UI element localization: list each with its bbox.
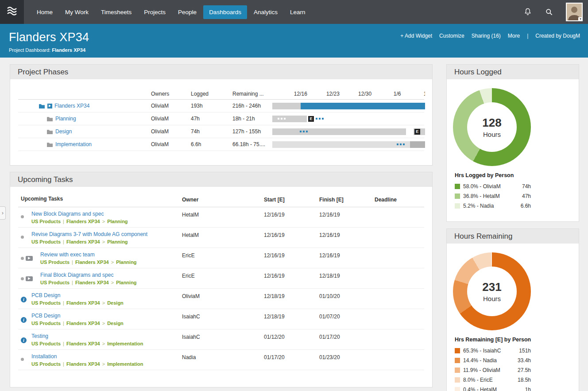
breadcrumb-project[interactable]: Flanders XP34 [66, 239, 100, 244]
task-link[interactable]: Testing [31, 333, 48, 339]
task-text-stack: PCB DesignUS Products|Flanders XP34>Desi… [31, 313, 182, 326]
breadcrumb-root[interactable]: US Products [31, 321, 61, 326]
task-text-stack: InstallationUS Products|Flanders XP34>Im… [31, 353, 182, 367]
breadcrumb-phase[interactable]: Planning [107, 239, 128, 244]
user-avatar[interactable]: ▼ [566, 3, 583, 21]
upcoming-tasks-widget: Upcoming Tasks Upcoming Tasks Owner Star… [10, 172, 433, 387]
notifications-bell-icon[interactable] [523, 8, 532, 16]
breadcrumb-root[interactable]: US Products [31, 300, 61, 306]
nav-item-timesheets[interactable]: Timesheets [95, 5, 137, 19]
breadcrumb-project[interactable]: Flanders XP34 [66, 321, 100, 326]
legend-label: 65.3% - IsaiahC [463, 348, 501, 354]
logo-waves-icon [6, 6, 18, 18]
nav-item-people[interactable]: People [172, 5, 202, 19]
breadcrumb-phase[interactable]: Design [107, 300, 124, 306]
breadcrumb-root[interactable]: US Products [31, 341, 61, 346]
donut-center: 231Hours [467, 267, 517, 316]
breadcrumb-project[interactable]: Flanders XP34 [66, 341, 100, 346]
donut-chart: 231Hours [453, 252, 531, 330]
breadcrumb-separator: | [61, 341, 66, 346]
breadcrumb-phase[interactable]: Planning [116, 259, 136, 265]
app-logo[interactable] [0, 0, 24, 24]
breadcrumb-root[interactable]: US Products [31, 219, 61, 224]
nav-item-dashboards[interactable]: Dashboards [203, 5, 247, 19]
legend-rows: 65.3% - IsaiahC151h14.4% - Nadia33.4h11.… [455, 346, 571, 391]
breadcrumb-phase[interactable]: Planning [116, 280, 136, 285]
nav-item-my-work[interactable]: My Work [59, 5, 94, 19]
breadcrumb-project[interactable]: Flanders XP34 [66, 219, 100, 224]
task-start: 12/16/19 [264, 272, 319, 285]
breadcrumb-separator: > [100, 239, 107, 244]
task-row: Final Block Diagrams and specUS Products… [18, 268, 424, 289]
breadcrumb-phase[interactable]: Planning [107, 219, 128, 224]
sidebar-expand-handle[interactable]: › [0, 206, 6, 220]
chevron-down-icon[interactable]: ▼ [578, 17, 583, 21]
phase-link[interactable]: Design [55, 128, 72, 135]
task-icon [21, 236, 24, 239]
header-action-sharing-16[interactable]: Sharing (16) [472, 33, 501, 39]
legend-row: 65.3% - IsaiahC151h [455, 346, 531, 356]
search-icon[interactable] [545, 8, 553, 16]
breadcrumb-root[interactable]: US Products [40, 280, 70, 285]
task-cell: Revise Diagrams 3-7 with Module AG compo… [18, 231, 182, 244]
phase-link[interactable]: Planning [55, 116, 76, 122]
breadcrumb-separator: | [61, 321, 66, 326]
phase-row: Flanders XP34OliviaM193h216h - 246h [18, 100, 424, 112]
task-dot-icon [21, 277, 24, 280]
phase-row: PlanningOliviaM47h18h - 21hE [18, 112, 424, 125]
nav-item-learn[interactable]: Learn [284, 5, 311, 19]
header-action-add-widget[interactable]: + Add Widget [400, 33, 432, 39]
task-link[interactable]: PCB Design [31, 313, 60, 319]
breadcrumb-root[interactable]: US Products [31, 239, 61, 244]
breadcrumb-project[interactable]: Flanders XP34 [75, 259, 109, 265]
task-icon [21, 358, 24, 361]
breadcrumb-root[interactable]: US Products [40, 259, 70, 265]
breadcrumb-separator: > [100, 300, 107, 306]
task-dot-icon [21, 257, 24, 260]
task-link[interactable]: New Block Diagrams and spec [31, 211, 104, 217]
breadcrumb-project[interactable]: Flanders XP34 [75, 280, 109, 285]
task-link[interactable]: PCB Design [31, 292, 60, 298]
task-deadline [375, 313, 424, 326]
header-action-customize[interactable]: Customize [439, 33, 464, 39]
task-link[interactable]: Revise Diagrams 3-7 with Module AG compo… [31, 231, 147, 237]
project-phases-widget: Project Phases Owners Logged Remaining .… [10, 64, 433, 166]
breadcrumb-phase[interactable]: Implementation [107, 341, 143, 346]
breadcrumb-project[interactable]: Flanders XP34 [66, 300, 100, 306]
tasks-task-column-header: Upcoming Tasks [18, 196, 182, 203]
task-link[interactable]: Final Block Diagrams and spec [40, 272, 113, 278]
legend-value: 18.5h [518, 377, 531, 383]
gantt-bar-blue [301, 103, 425, 109]
task-row: Review with exec teamUS Products|Flander… [18, 248, 424, 268]
legend-title: Hrs Logged by Person [455, 172, 571, 178]
task-owner: EricE [182, 272, 264, 285]
donut-chart: 128Hours [453, 88, 531, 166]
breadcrumb-separator: | [61, 219, 66, 224]
legend-label: 36.8% - HetalM [463, 193, 500, 199]
blue-dots-marker [316, 118, 324, 120]
task-link[interactable]: Installation [31, 353, 57, 360]
task-breadcrumb: US Products|Flanders XP34>Design [31, 300, 182, 306]
breadcrumb-project[interactable]: Flanders XP34 [66, 361, 100, 367]
header-action-more[interactable]: More [508, 33, 520, 39]
nav-item-projects[interactable]: Projects [138, 5, 171, 19]
task-icon: i [21, 337, 27, 343]
task-arrow-icon [26, 256, 33, 261]
breadcrumb-phase[interactable]: Design [107, 321, 124, 326]
legend-swatch [455, 184, 460, 189]
breadcrumb-phase[interactable]: Implementation [107, 361, 143, 367]
task-start: 12/18/19 [264, 292, 319, 306]
legend-row: 0.4% - HetalM1h [455, 385, 531, 391]
info-icon: i [21, 297, 27, 302]
nav-item-home[interactable]: Home [31, 5, 58, 19]
task-cell: InstallationUS Products|Flanders XP34>Im… [18, 353, 182, 367]
tasks-finish-column-header: Finish [E] [319, 196, 375, 203]
phase-link[interactable]: Flanders XP34 [54, 103, 89, 109]
task-link[interactable]: Review with exec team [40, 252, 95, 258]
nav-item-analytics[interactable]: Analytics [248, 5, 283, 19]
breadcrumb-root[interactable]: US Products [31, 361, 61, 367]
task-breadcrumb: US Products|Flanders XP34>Design [31, 321, 182, 326]
breadcrumb-separator: | [70, 280, 75, 285]
project-folder-icon [39, 103, 45, 109]
phase-link[interactable]: Implementation [55, 141, 92, 147]
